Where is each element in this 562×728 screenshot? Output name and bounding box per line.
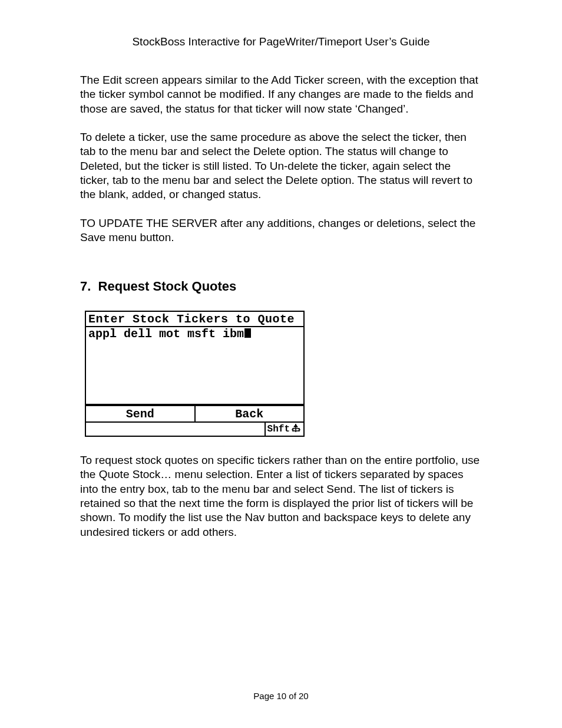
- paragraph-update-server: TO UPDATE THE SERVER after any additions…: [80, 216, 482, 245]
- text-cursor-icon: [244, 328, 251, 338]
- ticker-input-value: appl dell mot msft ibm: [88, 327, 244, 341]
- ticker-input[interactable]: appl dell mot msft ibm: [85, 326, 305, 405]
- paragraph-request-quotes: To request stock quotes on specific tick…: [80, 453, 482, 539]
- page-footer: Page 10 of 20: [0, 691, 562, 701]
- paragraph-delete-ticker: To delete a ticker, use the same procedu…: [80, 130, 482, 202]
- section-number: 7.: [80, 279, 91, 294]
- back-button[interactable]: Back: [194, 405, 304, 423]
- shift-indicator: Shft: [266, 423, 303, 436]
- device-status-bar: Shft: [85, 423, 305, 437]
- device-screenshot: Enter Stock Tickers to Quote appl dell m…: [85, 311, 305, 437]
- device-button-row: Send Back: [85, 405, 305, 423]
- section-heading: 7. Request Stock Quotes: [80, 279, 482, 294]
- shift-label: Shft: [267, 424, 290, 434]
- status-blank: [86, 423, 266, 436]
- paragraph-edit-screen: The Edit screen appears similar to the A…: [80, 73, 482, 116]
- signal-icon: [290, 423, 302, 436]
- page-header: StockBoss Interactive for PageWriter/Tim…: [80, 35, 482, 48]
- section-title-text: Request Stock Quotes: [98, 279, 237, 294]
- document-page: StockBoss Interactive for PageWriter/Tim…: [0, 0, 562, 728]
- device-screen-title: Enter Stock Tickers to Quote: [85, 311, 305, 326]
- send-button[interactable]: Send: [86, 405, 194, 423]
